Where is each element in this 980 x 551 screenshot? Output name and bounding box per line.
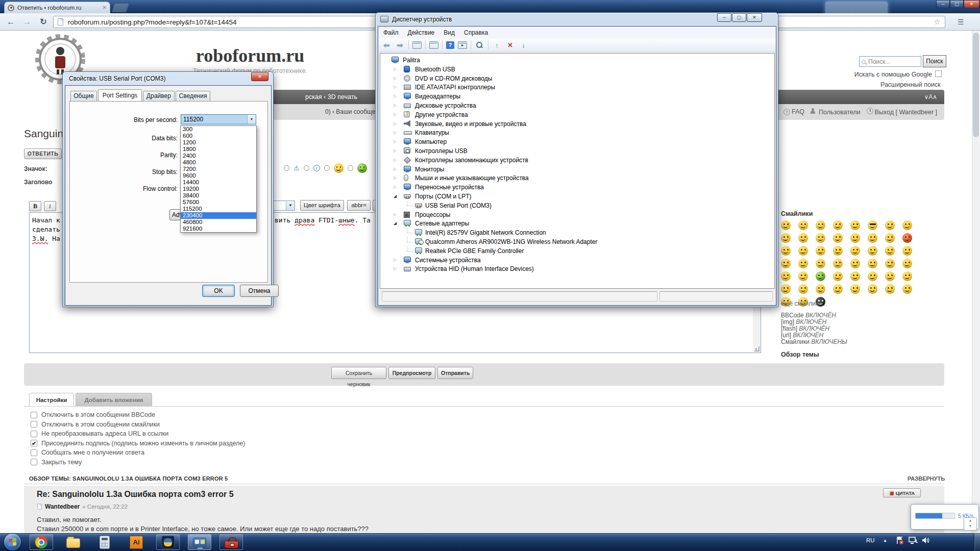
dropdown-option[interactable]: 921600 — [181, 226, 256, 232]
grin-smiley-icon[interactable] — [833, 246, 843, 256]
dropdown-option[interactable]: 1800 — [181, 146, 256, 153]
dropdown-option[interactable]: 1200 — [181, 139, 256, 146]
spinner-control[interactable]: ▲▼ — [964, 517, 977, 531]
show-console-tree-icon[interactable] — [412, 41, 422, 49]
tree-row[interactable]: ▷Контроллеры запоминающих устройств — [380, 156, 774, 165]
dm-maximize-button[interactable]: ▢ — [732, 13, 746, 22]
reply-button[interactable]: ОТВЕТИТЬ — [24, 148, 62, 159]
collapsed-arrow-icon[interactable]: ▷ — [394, 266, 397, 271]
tab-attachments[interactable]: Добавить вложения — [76, 393, 152, 407]
volume-icon[interactable] — [921, 536, 930, 545]
smile-smiley-icon[interactable] — [885, 259, 895, 268]
red-smiley-icon[interactable] — [902, 233, 912, 243]
nav-link[interactable]: Пользователи — [811, 108, 861, 116]
font-size-widget[interactable]: ∨A∧ — [924, 93, 937, 101]
smile-smiley-icon[interactable] — [781, 220, 791, 230]
tree-row[interactable]: ◢Сетевые адаптеры — [380, 219, 774, 228]
expanded-arrow-icon[interactable]: ◢ — [394, 221, 397, 226]
dropdown-option[interactable]: 4800 — [181, 159, 256, 166]
smile-smiley-icon[interactable] — [833, 271, 843, 281]
wink-smiley-icon[interactable] — [798, 233, 808, 243]
abbr-button[interactable]: abbr= — [347, 200, 371, 211]
submit-button[interactable]: Отправить — [437, 367, 473, 379]
quote-button[interactable]: ЦИТАТА — [883, 488, 921, 497]
expand-link[interactable]: РАЗВЕРНУТЬ — [908, 475, 945, 482]
grin-smiley-icon[interactable] — [868, 271, 877, 281]
bits-per-second-combo[interactable]: 115200 ▼ — [181, 114, 256, 124]
bold-button[interactable]: B — [29, 201, 41, 211]
dropdown-option[interactable]: 57600 — [181, 199, 256, 206]
laugh-smiley-icon[interactable] — [850, 233, 860, 243]
smile-smiley-icon[interactable] — [850, 246, 860, 256]
smile-smiley-icon[interactable] — [885, 271, 895, 281]
laugh-smiley-icon[interactable] — [885, 284, 895, 294]
window-maximize-button[interactable]: ▢ — [950, 0, 964, 8]
post-author[interactable]: Wantedbeer — [45, 503, 80, 510]
grin-smiley-icon[interactable] — [816, 220, 825, 230]
cry-smiley-icon[interactable] — [885, 233, 895, 243]
post-title[interactable]: Re: Sanguinololu 1.3a Ошибка порта com3 … — [37, 490, 234, 499]
chrome-taskbar-button[interactable] — [30, 534, 53, 550]
help-icon[interactable]: ? — [446, 41, 454, 49]
italic-button[interactable]: i — [44, 201, 56, 211]
tree-row[interactable]: ▷Клавиатуры — [380, 128, 774, 137]
collapsed-arrow-icon[interactable]: ▷ — [394, 176, 397, 180]
tree-row[interactable]: ▷Мониторы — [380, 165, 774, 174]
disable-device-icon[interactable]: ✕ — [505, 41, 515, 49]
tree-row[interactable]: ▷Мыши и иные указывающие устройства — [380, 173, 774, 183]
tree-row[interactable]: Realtek PCIe GBE Family Controller — [380, 246, 774, 256]
dropdown-option[interactable]: 600 — [181, 133, 256, 139]
collapsed-arrow-icon[interactable]: ▷ — [394, 94, 397, 98]
tree-row[interactable]: ▷IDE ATA/ATAPI контроллеры — [380, 83, 774, 92]
window-close-button[interactable]: ✕ — [964, 0, 979, 8]
checkbox[interactable]: ✔ — [31, 440, 37, 446]
nav-link[interactable]: ?FAQ — [783, 108, 804, 115]
dropdown-option[interactable]: 460800 — [181, 219, 256, 226]
dropdown-option[interactable]: 230400 — [181, 212, 256, 219]
action-center-flag-icon[interactable] — [895, 536, 904, 545]
menu-файл[interactable]: Файл — [379, 28, 403, 38]
tree-row[interactable]: Palitra — [380, 56, 774, 65]
forward-icon[interactable]: ➡ — [395, 41, 405, 49]
smile-smiley-icon[interactable] — [816, 259, 825, 268]
action-pane-icon[interactable]: ▸ — [458, 41, 467, 49]
tree-row[interactable]: ▷Звуковые, видео и игровые устройства — [380, 119, 774, 129]
ok-button[interactable]: OK — [202, 285, 235, 297]
smile-smiley-icon[interactable] — [781, 233, 791, 243]
tree-row[interactable]: ▷Bluetooth USB — [380, 65, 774, 74]
laugh-smiley-icon[interactable] — [902, 271, 912, 281]
grin-smiley-icon[interactable] — [833, 259, 843, 268]
more-smilies-link[interactable]: ещё смайлики... — [781, 300, 827, 307]
checkbox[interactable] — [31, 449, 37, 456]
collapsed-arrow-icon[interactable]: ▷ — [394, 103, 397, 108]
smile-smiley-icon[interactable] — [833, 233, 843, 243]
checkbox[interactable] — [31, 431, 37, 437]
collapsed-arrow-icon[interactable]: ▷ — [394, 139, 397, 144]
collapsed-arrow-icon[interactable]: ▷ — [394, 130, 397, 135]
hidden-icons-button[interactable]: ▲ — [883, 538, 887, 543]
expanded-arrow-icon[interactable]: ◢ — [394, 194, 397, 198]
tree-row[interactable]: ▷Системные устройства — [380, 256, 774, 265]
dialog-tab-драйвер[interactable]: Драйвер — [143, 91, 175, 102]
wink-smiley-icon[interactable] — [798, 284, 808, 294]
menu-действие[interactable]: Действие — [403, 28, 439, 38]
tree-row[interactable]: USB Serial Port (COM3) — [380, 201, 774, 210]
tree-row[interactable]: ▷Устройства HID (Human Interface Devices… — [380, 264, 774, 273]
forward-button[interactable]: → — [20, 16, 34, 28]
eek-smiley-icon[interactable] — [850, 220, 860, 230]
smile-smiley-icon[interactable] — [781, 259, 791, 268]
tab-close-icon[interactable]: ✕ — [103, 5, 107, 10]
collapsed-arrow-icon[interactable]: ▷ — [394, 167, 397, 171]
tree-row[interactable]: Qualcomm Atheros AR9002WB-1NG Wireless N… — [380, 237, 774, 246]
grin-smiley-icon[interactable] — [850, 284, 860, 294]
smile-smiley-icon[interactable] — [781, 246, 791, 256]
checkbox[interactable] — [31, 421, 37, 428]
dialog-tab-port-settings[interactable]: Port Settings — [98, 89, 142, 102]
neutral-smiley-icon[interactable] — [885, 220, 895, 230]
checkbox[interactable] — [31, 459, 37, 465]
smile-smiley-icon[interactable] — [885, 246, 895, 256]
laugh-smiley-icon[interactable] — [850, 259, 860, 268]
scan-hardware-icon[interactable] — [475, 41, 484, 49]
new-tab-button[interactable] — [112, 4, 129, 12]
post-icon-radio[interactable] — [284, 165, 289, 171]
